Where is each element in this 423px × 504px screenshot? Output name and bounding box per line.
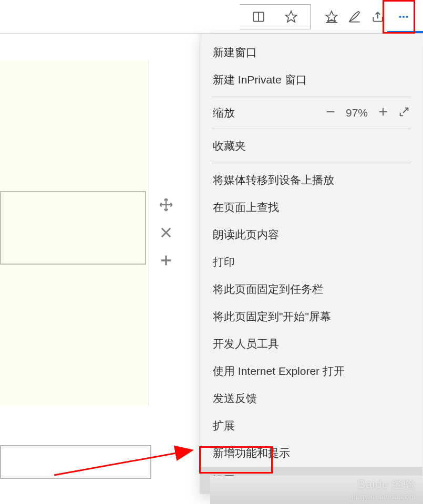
more-dots-icon [392,5,415,28]
zoom-value: 97% [346,107,368,119]
menu-whats-new[interactable]: 新增功能和提示 [200,439,422,467]
watermark-url: jingyan.baidu.com [352,492,416,501]
menu-divider [212,129,411,129]
svg-point-8 [399,16,401,18]
share-icon[interactable] [366,5,389,28]
menu-divider [212,163,411,163]
svg-point-10 [406,16,408,18]
address-bar-group [240,4,311,29]
favorites-hub-icon[interactable] [320,5,343,28]
input-field[interactable] [0,445,151,479]
zoom-in-icon[interactable] [377,106,389,120]
notes-pen-icon[interactable] [343,5,366,28]
menu-new-inprivate[interactable]: 新建 InPrivate 窗口 [200,66,422,93]
svg-point-9 [403,16,405,18]
menu-open-ie[interactable]: 使用 Internet Explorer 打开 [200,358,422,385]
menu-print[interactable]: 打印 [200,248,422,276]
menu-read-aloud[interactable]: 朗读此页内容 [200,221,422,248]
zoom-label: 缩放 [213,106,235,120]
add-icon[interactable] [159,253,173,270]
menu-new-window[interactable]: 新建窗口 [200,39,422,66]
settings-menu: 新建窗口 新建 InPrivate 窗口 缩放 97% 收藏夹 将媒体转移到设备… [200,34,422,494]
more-menu-button[interactable] [389,3,418,31]
menu-zoom-row: 缩放 97% [200,100,422,125]
menu-cast-media[interactable]: 将媒体转移到设备上播放 [200,166,422,194]
edit-tools [156,197,177,270]
favorite-star-icon[interactable] [280,5,303,28]
svg-line-20 [403,108,408,112]
menu-favorites[interactable]: 收藏夹 [200,132,422,160]
fullscreen-icon[interactable] [398,106,410,120]
active-indicator [387,31,423,33]
menu-find[interactable]: 在页面上查找 [200,194,422,221]
zoom-controls: 97% [325,106,410,120]
svg-marker-2 [285,11,297,22]
menu-feedback[interactable]: 发送反馈 [200,385,422,412]
menu-extensions[interactable]: 扩展 [200,412,422,439]
zoom-out-icon[interactable] [325,106,336,120]
svg-marker-3 [326,11,337,22]
watermark-brand: Baidu 经验 [352,477,416,492]
close-icon[interactable] [159,225,173,243]
menu-dev-tools[interactable]: 开发人员工具 [200,330,422,358]
menu-pin-taskbar[interactable]: 将此页面固定到任务栏 [200,276,422,303]
menu-divider [212,97,411,97]
reading-list-icon[interactable] [247,5,270,28]
move-icon[interactable] [159,197,173,215]
content-selection-box [0,191,146,265]
browser-toolbar [0,0,423,34]
watermark: Baidu 经验 jingyan.baidu.com [352,477,416,501]
menu-pin-start[interactable]: 将此页固定到"开始"屏幕 [200,303,422,330]
